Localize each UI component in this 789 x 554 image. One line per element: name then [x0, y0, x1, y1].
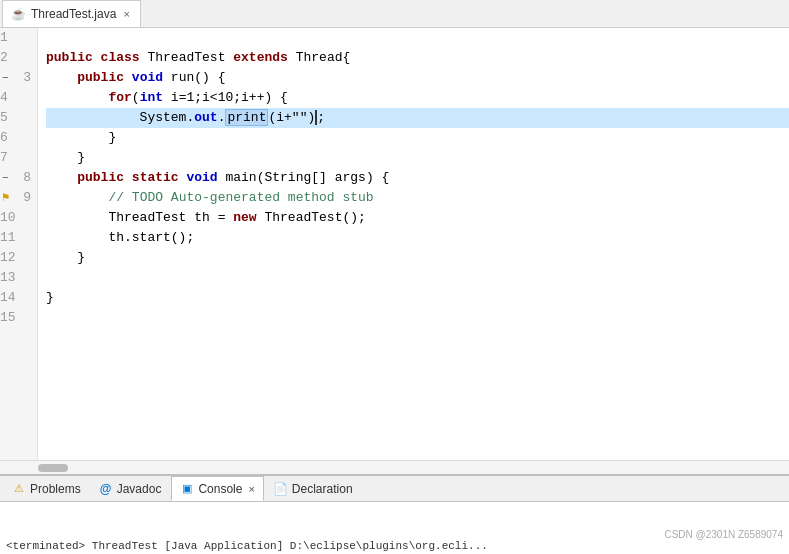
tab-console-label: Console	[198, 482, 242, 496]
code-line-7: }	[46, 148, 789, 168]
console-terminated-text: <terminated> ThreadTest [Java Applicatio…	[6, 540, 783, 552]
line-num-1: 1	[0, 30, 14, 45]
code-line-4: for(int i=1;i<10;i++) {	[46, 88, 789, 108]
collapse-icon-3: −	[2, 68, 9, 88]
editor-container: ☕ ThreadTest.java × 1 2 − 3	[0, 0, 789, 554]
panel-content-area: CSDN @2301N Z6589074 <terminated> Thread…	[0, 502, 789, 554]
code-line-2: public class ThreadTest extends Thread{	[46, 48, 789, 68]
line-num-6: 6	[0, 130, 14, 145]
code-line-12: }	[46, 248, 789, 268]
bookmark-icon-9: ⚑	[2, 188, 9, 208]
tab-javadoc-label: Javadoc	[117, 482, 162, 496]
code-line-5: System.out.print(i+"");	[46, 108, 789, 128]
line-num-5: 5	[0, 110, 14, 125]
line-num-3: 3	[23, 68, 31, 88]
tab-console[interactable]: ▣ Console ×	[171, 476, 263, 501]
code-line-15	[46, 308, 789, 328]
code-line-11: th.start();	[46, 228, 789, 248]
code-line-6: }	[46, 128, 789, 148]
problems-icon: ⚠	[12, 482, 26, 496]
tab-declaration[interactable]: 📄 Declaration	[266, 476, 361, 501]
line-numbers: 1 2 − 3 4 5	[0, 28, 37, 328]
panel-tabs: ⚠ Problems @ Javadoc ▣ Console × 📄 Decla…	[0, 476, 789, 502]
line-num-7: 7	[0, 150, 14, 165]
tab-javadoc[interactable]: @ Javadoc	[91, 476, 170, 501]
code-line-8: public static void main(String[] args) {	[46, 168, 789, 188]
code-line-13	[46, 268, 789, 288]
line-num-4: 4	[0, 90, 14, 105]
tab-filename: ThreadTest.java	[31, 7, 116, 21]
tab-close-button[interactable]: ×	[121, 8, 131, 20]
tab-problems-label: Problems	[30, 482, 81, 496]
code-line-3: public void run() {	[46, 68, 789, 88]
console-icon: ▣	[180, 482, 194, 496]
line-num-12: 12	[0, 250, 22, 265]
code-line-1	[46, 28, 789, 48]
line-num-11: 11	[0, 230, 22, 245]
code-line-9: // TODO Auto-generated method stub	[46, 188, 789, 208]
line-num-14: 14	[0, 290, 22, 305]
code-line-14: }	[46, 288, 789, 308]
horizontal-scrollbar[interactable]	[0, 460, 789, 474]
tab-declaration-label: Declaration	[292, 482, 353, 496]
line-gutter: 1 2 − 3 4 5	[0, 28, 38, 460]
java-file-icon: ☕	[11, 7, 26, 21]
editor-tab[interactable]: ☕ ThreadTest.java ×	[2, 0, 141, 27]
line-num-8: 8	[23, 168, 31, 188]
code-area[interactable]: 1 2 − 3 4 5	[0, 28, 789, 460]
tab-problems[interactable]: ⚠ Problems	[4, 476, 89, 501]
javadoc-icon: @	[99, 482, 113, 496]
tab-bar: ☕ ThreadTest.java ×	[0, 0, 789, 28]
declaration-icon: 📄	[274, 482, 288, 496]
h-scroll-thumb[interactable]	[38, 464, 68, 472]
bottom-panel: ⚠ Problems @ Javadoc ▣ Console × 📄 Decla…	[0, 474, 789, 554]
line-num-15: 15	[0, 310, 22, 325]
code-editor[interactable]: public class ThreadTest extends Thread{ …	[38, 28, 789, 460]
console-close-button[interactable]: ×	[248, 483, 254, 495]
watermark: CSDN @2301N Z6589074	[664, 529, 783, 540]
collapse-icon-8: −	[2, 168, 9, 188]
line-num-9: 9	[23, 188, 31, 208]
code-line-10: ThreadTest th = new ThreadTest();	[46, 208, 789, 228]
line-num-2: 2	[0, 50, 14, 65]
line-num-13: 13	[0, 270, 22, 285]
line-num-10: 10	[0, 210, 22, 225]
